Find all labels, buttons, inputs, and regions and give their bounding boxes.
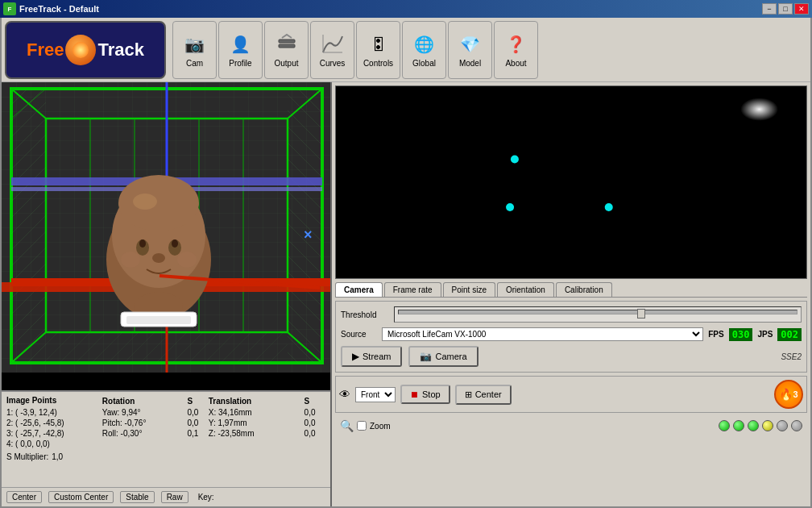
status-dot-3 — [748, 420, 759, 431]
svg-point-44 — [740, 98, 778, 121]
controls-area: Threshold Source Microsoft LifeCam VX-10… — [335, 301, 807, 373]
svg-point-34 — [152, 253, 165, 263]
global-icon: 🌐 — [412, 31, 437, 57]
zoom-in-icon[interactable]: 🔍 — [340, 419, 354, 432]
tab-cam[interactable]: 📷 Cam — [172, 21, 217, 79]
view-controls: 👁 FrontTopSideFree ⏹ Stop ⊞ Center 🔥 3 — [335, 376, 807, 413]
point-2: 2: ( -25,6, -45,8) — [6, 418, 102, 428]
curves-label: Curves — [320, 59, 346, 68]
jps-label: JPS — [757, 330, 773, 339]
status-dots-row: 🔍 Zoom — [335, 416, 807, 435]
cam-label: Cam — [186, 59, 203, 68]
content-area: × — [2, 82, 810, 506]
svg-point-38 — [118, 175, 199, 231]
app-icon: F — [3, 2, 16, 15]
titlebar-buttons: − □ ✕ — [762, 3, 809, 15]
logo-free: Free — [27, 40, 64, 60]
status-dot-4 — [762, 420, 773, 431]
svg-rect-12 — [11, 89, 46, 363]
right-panel: Camera Frame rate Point size Orientation… — [332, 82, 810, 506]
s1-3: 0,1 — [187, 428, 208, 439]
point-3: 3: ( -25,7, -42,8) — [6, 428, 102, 439]
svg-rect-13 — [288, 89, 322, 363]
bottom-toolbar: Center Custom Center Stable Raw Key: — [2, 487, 330, 506]
eye-icon[interactable]: 👁 — [339, 388, 350, 401]
svg-point-33 — [172, 239, 178, 248]
source-row: Source Microsoft LifeCam VX-1000 FPS 030… — [341, 327, 802, 341]
smultiplier-row: S Multiplier: 1,0 — [6, 452, 325, 461]
camera-view — [335, 85, 807, 279]
viewport-3d: × — [2, 82, 330, 390]
threshold-thumb[interactable] — [637, 309, 645, 319]
view-center-button[interactable]: ⊞ Center — [455, 385, 512, 405]
center-label: Center — [475, 389, 502, 399]
logo-3-button[interactable]: 🔥 3 — [774, 380, 803, 409]
toolbar: Free Track 📷 Cam 👤 Profile — [2, 18, 810, 82]
custom-center-btn[interactable]: Custom Center — [48, 491, 114, 503]
table-row: 1: ( -3,9, 12,4) Yaw: 9,94° 0,0 X: 34,16… — [6, 407, 325, 418]
table-row: 2: ( -25,6, -45,8) Pitch: -0,76° 0,0 Y: … — [6, 418, 325, 428]
svg-point-35 — [121, 252, 140, 268]
rot-label-1: Yaw: 9,94° — [102, 407, 188, 418]
tab-curves[interactable]: Curves — [310, 21, 354, 79]
global-label: Global — [412, 59, 436, 68]
view-select[interactable]: FrontTopSideFree — [355, 387, 396, 402]
maximize-button[interactable]: □ — [778, 3, 793, 15]
table-row: 4: ( 0,0, 0,0) — [6, 439, 325, 449]
tab-pointsize[interactable]: Point size — [443, 282, 495, 297]
svg-point-36 — [177, 252, 197, 268]
jps-value: 002 — [777, 328, 802, 341]
rotation-header: Rotation — [102, 395, 188, 407]
camera-button[interactable]: 📷 Camera — [408, 346, 478, 367]
image-points-header: Image Points — [6, 395, 102, 407]
profile-icon: 👤 — [228, 31, 254, 57]
model-label: Model — [459, 59, 481, 68]
tab-camera[interactable]: Camera — [335, 282, 383, 297]
stream-label: Stream — [362, 352, 391, 361]
svg-point-46 — [506, 203, 514, 211]
tab-model[interactable]: 💎 Model — [448, 21, 492, 79]
tab-orientation[interactable]: Orientation — [497, 282, 554, 297]
stream-button[interactable]: ▶ Stream — [341, 346, 402, 367]
threshold-row: Threshold — [341, 306, 802, 323]
tab-profile[interactable]: 👤 Profile — [218, 21, 263, 79]
s-header1: S — [187, 395, 208, 407]
minimize-button[interactable]: − — [762, 3, 777, 15]
stable-btn[interactable]: Stable — [120, 491, 154, 503]
output-label: Output — [274, 59, 298, 68]
camera-tabs-row: Camera Frame rate Point size Orientation… — [335, 282, 807, 298]
stream-icon: ▶ — [352, 351, 359, 362]
cam-icon: 📷 — [182, 31, 208, 57]
status-dot-2 — [733, 420, 744, 431]
raw-btn[interactable]: Raw — [161, 491, 188, 503]
tab-global[interactable]: 🌐 Global — [402, 21, 446, 79]
rot-label-3: Roll: -0,30° — [102, 428, 188, 439]
s1-2: 0,0 — [187, 418, 208, 428]
tab-about[interactable]: ❓ About — [494, 21, 538, 79]
center-btn[interactable]: Center — [6, 491, 42, 503]
trans-1: X: 34,16mm — [209, 407, 304, 418]
tab-controls[interactable]: 🎛 Controls — [356, 21, 400, 79]
table-row: 3: ( -25,7, -42,8) Roll: -0,30° 0,1 Z: -… — [6, 428, 325, 439]
svg-rect-41 — [126, 316, 191, 324]
translation-header: Translation — [209, 395, 304, 407]
svg-point-45 — [511, 155, 519, 163]
trans-2: Y: 1,97mm — [209, 418, 304, 428]
tab-output[interactable]: Output — [264, 21, 309, 79]
tab-framerate[interactable]: Frame rate — [384, 282, 441, 297]
logo-circle — [65, 35, 96, 65]
close-button[interactable]: ✕ — [794, 3, 809, 15]
output-icon — [274, 31, 300, 57]
model-icon: 💎 — [458, 31, 483, 57]
stop-button[interactable]: ⏹ Stop — [400, 385, 450, 404]
zoom-checkbox[interactable] — [357, 421, 367, 431]
tab-calibration[interactable]: Calibration — [556, 282, 612, 297]
logo-3-label: 3 — [793, 389, 798, 399]
svg-point-32 — [139, 239, 146, 248]
titlebar: F FreeTrack - Default − □ ✕ — [0, 0, 812, 18]
threshold-slider[interactable] — [394, 306, 802, 323]
s2-1: 0,0 — [304, 407, 325, 418]
stop-icon: ⏹ — [410, 389, 419, 399]
source-select[interactable]: Microsoft LifeCam VX-1000 — [382, 327, 703, 341]
profile-label: Profile — [229, 59, 251, 68]
